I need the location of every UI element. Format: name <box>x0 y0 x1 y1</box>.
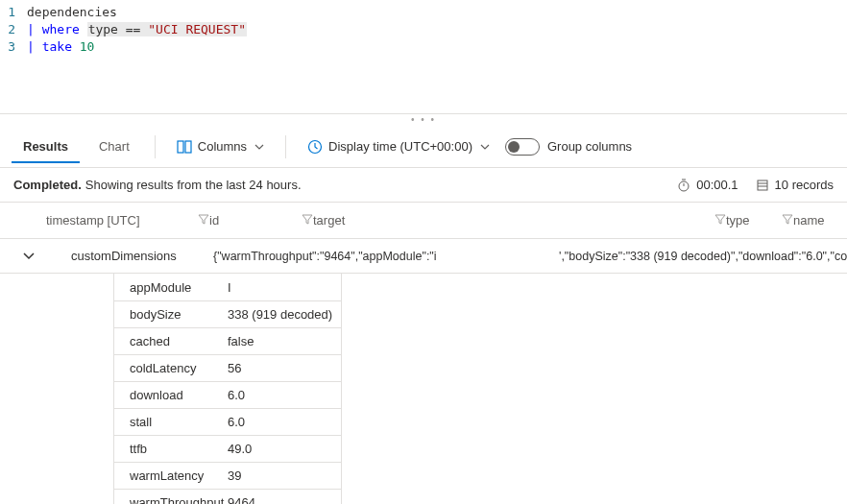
resize-handle[interactable]: • • • <box>0 114 847 126</box>
group-columns-label: Group columns <box>547 139 632 154</box>
duration-stat: 00:00.1 <box>677 178 738 192</box>
kv-value: 56 <box>220 361 341 375</box>
col-target[interactable]: target <box>313 213 705 228</box>
custom-dimensions-table: appModuleI bodySize338 (919 decoded) cac… <box>113 274 342 504</box>
line-number: 1 <box>0 4 27 21</box>
kv-key: bodySize <box>114 307 220 322</box>
kv-value: 6.0 <box>220 415 341 429</box>
kv-row: download6.0 <box>114 381 341 408</box>
tab-results[interactable]: Results <box>12 132 80 163</box>
records-value: 10 records <box>775 178 834 192</box>
token-eq: == <box>126 22 141 36</box>
line-number: 2 <box>0 21 27 38</box>
kv-value: 39 <box>220 468 341 483</box>
filter-icon[interactable] <box>302 213 313 228</box>
records-icon <box>756 179 769 192</box>
kv-key: coldLatency <box>114 361 220 375</box>
status-completed: Completed. <box>13 178 82 192</box>
kv-row: bodySize338 (919 decoded) <box>114 300 341 327</box>
col-name[interactable]: name <box>793 213 847 228</box>
expanded-value-left: {"warmThroughput":"9464","appModule":"i <box>213 250 453 263</box>
col-type[interactable]: type <box>726 213 772 228</box>
col-timestamp[interactable]: timestamp [UTC] <box>46 213 188 228</box>
query-editor[interactable]: 1 dependencies 2 | where type == "UCI RE… <box>0 0 847 114</box>
kv-value: 6.0 <box>220 388 341 402</box>
records-stat: 10 records <box>756 178 834 192</box>
filter-icon[interactable] <box>782 213 793 228</box>
expanded-row[interactable]: customDimensions {"warmThroughput":"9464… <box>0 239 847 274</box>
kv-key: stall <box>114 415 220 429</box>
columns-icon <box>177 140 192 154</box>
divider <box>155 135 156 158</box>
chevron-down-icon[interactable] <box>23 252 35 260</box>
tab-chart[interactable]: Chart <box>87 132 141 161</box>
svg-rect-4 <box>758 180 767 190</box>
kv-row: coldLatency56 <box>114 354 341 381</box>
kv-row: stall6.0 <box>114 408 341 435</box>
kv-row: appModuleI <box>114 274 341 300</box>
table-header: timestamp [UTC] id target type name <box>0 203 847 239</box>
results-toolbar: Results Chart Columns Display time (UTC+… <box>0 126 847 168</box>
token-pipe: | <box>27 22 42 36</box>
divider <box>285 135 286 158</box>
svg-rect-1 <box>185 141 191 153</box>
expanded-value-right: ',"bodySize":"338 (919 decoded)","downlo… <box>559 250 847 263</box>
token-take: take <box>42 39 72 54</box>
kv-key: download <box>114 388 220 402</box>
token-number: 10 <box>80 39 95 54</box>
display-time-label: Display time (UTC+00:00) <box>328 139 472 154</box>
kv-key: warmThroughput <box>114 495 220 504</box>
kv-row: ttfb49.0 <box>114 435 341 462</box>
token-pipe: | <box>27 39 42 54</box>
token-type: type <box>88 22 118 36</box>
kv-value: 338 (919 decoded) <box>220 307 341 322</box>
kv-key: appModule <box>114 280 220 295</box>
chevron-down-icon <box>254 144 264 150</box>
kv-key: warmLatency <box>114 468 220 483</box>
duration-value: 00:00.1 <box>696 178 738 192</box>
token-where: where <box>42 22 80 36</box>
filter-icon[interactable] <box>714 213 726 228</box>
kv-key: cached <box>114 334 220 348</box>
kv-key: ttfb <box>114 442 220 456</box>
kv-value: false <box>220 334 341 348</box>
col-id[interactable]: id <box>209 213 292 228</box>
stopwatch-icon <box>677 179 690 192</box>
status-showing: Showing results from the last 24 hours. <box>85 178 302 192</box>
kv-row: warmThroughput9464 <box>114 489 341 504</box>
token-table: dependencies <box>27 5 117 19</box>
kv-row: cachedfalse <box>114 327 341 354</box>
line-number: 3 <box>0 38 27 56</box>
token-string: "UCI REQUEST" <box>148 22 246 36</box>
status-bar: Completed. Showing results from the last… <box>0 168 847 203</box>
kv-value: 49.0 <box>220 442 341 456</box>
columns-label: Columns <box>198 139 247 154</box>
columns-button[interactable]: Columns <box>169 135 272 157</box>
chevron-down-icon <box>480 144 490 150</box>
filter-icon[interactable] <box>198 213 209 228</box>
group-columns-toggle[interactable] <box>505 138 540 156</box>
kv-value: I <box>220 280 341 295</box>
display-time-button[interactable]: Display time (UTC+00:00) <box>300 135 497 158</box>
kv-value: 9464 <box>220 495 341 504</box>
kv-row: warmLatency39 <box>114 462 341 489</box>
svg-rect-0 <box>178 141 183 153</box>
clock-icon <box>307 139 323 155</box>
expanded-field-name: customDimensions <box>71 249 213 263</box>
